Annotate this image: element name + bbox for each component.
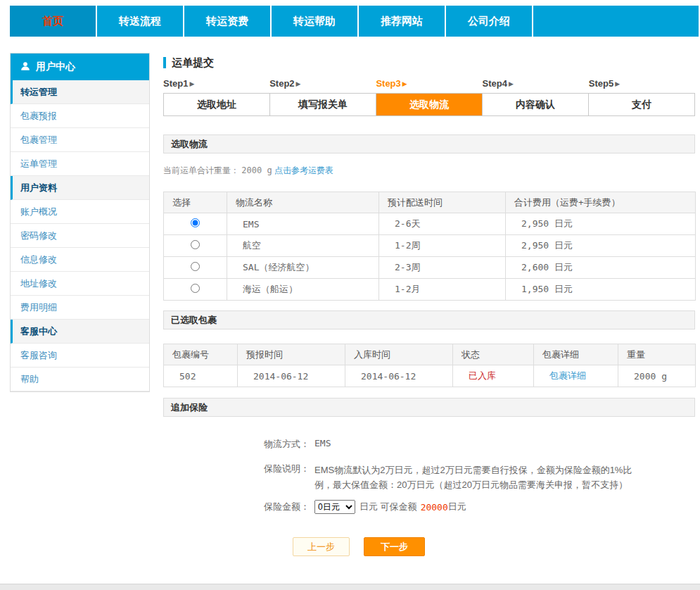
inbound-time: 2014-06-12 (345, 365, 453, 387)
col-package-id: 包裹编号 (164, 344, 238, 365)
col-logistics-name: 物流名称 (227, 192, 379, 213)
sidebar-item-fee-details[interactable]: 费用明细 (11, 296, 149, 320)
title-accent-bar (163, 57, 166, 68)
col-select: 选择 (164, 192, 227, 213)
next-step-button[interactable]: 下一步 (364, 537, 425, 556)
tab-confirm-content[interactable]: 内容确认 (483, 94, 589, 115)
logistics-header-row: 选择 物流名称 预计配送时间 合计费用（运费+手续费） (164, 192, 696, 213)
col-forecast-time: 预报时间 (238, 344, 345, 365)
sidebar-title: 用户中心 (36, 61, 75, 73)
logistics-row-sea: 海运（船运） 1-2月 1,950 日元 (164, 279, 696, 301)
sidebar-item-help[interactable]: 帮助 (11, 368, 149, 391)
insurance-desc-row: 保险说明： EMS物流默认为2万日元，超过2万日元需要自行投保，金额为保险金额的… (163, 463, 695, 492)
delivery-time: 1-2月 (379, 279, 506, 301)
amount-after-text: 日元 可保金额 (359, 501, 417, 513)
top-nav: 首页 转送流程 转运资费 转运帮助 推荐网站 公司介绍 (10, 6, 699, 37)
step-arrow-icon: ▶ (296, 80, 301, 87)
amount-label: 保险金额： (163, 501, 310, 513)
packages-table: 包裹编号 预报时间 入库时间 状态 包裹详细 重量 502 2014-06-12… (163, 344, 696, 387)
logistics-name: 航空 (227, 235, 379, 257)
delivery-time: 2-3周 (379, 257, 506, 279)
main-content: 运单提交 Step1▶ Step2▶ Step3▶ Step4▶ Step5▶ … (163, 53, 695, 556)
insurable-amount-value: 20000 (421, 502, 448, 513)
method-label: 物流方式： (163, 438, 310, 451)
step-arrow-icon: ▶ (402, 80, 407, 87)
tab-payment[interactable]: 支付 (589, 94, 694, 115)
sidebar-item-service-inquiry[interactable]: 客服咨询 (11, 344, 149, 368)
step-2-label: Step2▶ (269, 78, 376, 89)
col-weight: 重量 (618, 344, 696, 365)
status-badge: 已入库 (469, 370, 496, 381)
forecast-time: 2014-06-12 (238, 365, 345, 387)
insurance-method-row: 物流方式： EMS (163, 438, 695, 451)
step-arrow-icon: ▶ (189, 80, 194, 87)
col-total-fee: 合计费用（运费+手续费） (506, 192, 696, 213)
page-title: 运单提交 (163, 56, 695, 70)
sidebar-section-forward-management: 转运管理 (11, 80, 149, 104)
logistics-name: SAL（经济航空） (227, 257, 379, 279)
step-4-label: Step4▶ (483, 78, 589, 89)
package-row: 502 2014-06-12 2014-06-12 已入库 包裹详细 2000 … (164, 365, 696, 387)
package-detail-link[interactable]: 包裹详细 (549, 370, 586, 381)
logistics-radio-air[interactable] (191, 240, 200, 249)
col-inbound-time: 入库时间 (345, 344, 453, 365)
steps-row: Step1▶ Step2▶ Step3▶ Step4▶ Step5▶ (163, 78, 695, 89)
tab-select-logistics[interactable]: 选取物流 (376, 94, 483, 115)
nav-item-home[interactable]: 首页 (10, 6, 97, 37)
desc-text: EMS物流默认为2万日元，超过2万日元需要自行投保，金额为保险金额的1%比例，最… (314, 463, 632, 492)
sidebar-item-package-management[interactable]: 包裹管理 (11, 128, 149, 152)
logistics-radio-ems[interactable] (191, 218, 200, 227)
delivery-time: 1-2周 (379, 235, 506, 257)
total-fee: 2,950 日元 (506, 235, 696, 257)
nav-item-forward-process[interactable]: 转送流程 (97, 6, 184, 37)
logistics-radio-sea[interactable] (191, 284, 200, 293)
desc-label: 保险说明： (163, 463, 310, 492)
nav-item-recommended-sites[interactable]: 推荐网站 (359, 6, 446, 37)
sidebar-section-user-profile: 用户资料 (11, 176, 149, 200)
logistics-radio-sal[interactable] (191, 262, 200, 271)
sidebar-item-password-change[interactable]: 密码修改 (11, 224, 149, 248)
insurable-amount-unit: 日元 (448, 501, 466, 513)
prev-step-button[interactable]: 上一步 (293, 537, 350, 556)
sidebar-section-customer-service: 客服中心 (11, 320, 149, 344)
tab-customs-form[interactable]: 填写报关单 (270, 94, 376, 115)
step-5-label: Step5▶ (589, 78, 695, 89)
nav-item-forward-fees[interactable]: 转运资费 (184, 6, 272, 37)
sidebar-item-account-overview[interactable]: 账户概况 (11, 200, 149, 224)
user-icon (20, 61, 30, 73)
step-1-label: Step1▶ (163, 78, 269, 89)
sidebar-header: 用户中心 (11, 54, 149, 80)
logistics-row-sal: SAL（经济航空） 2-3周 2,600 日元 (164, 257, 696, 279)
insurance-amount-row: 保险金额： 0日元 日元 可保金额 20000 日元 (163, 499, 695, 515)
logistics-table: 选择 物流名称 预计配送时间 合计费用（运费+手续费） EMS 2-6天 2,9… (163, 192, 696, 301)
col-status: 状态 (453, 344, 534, 365)
waybill-weight-row: 当前运单合计重量： 2000 g 点击参考运费表 (163, 165, 695, 176)
delivery-time: 2-6天 (379, 213, 506, 235)
logistics-name: 海运（船运） (227, 279, 379, 301)
sidebar-item-info-change[interactable]: 信息修改 (11, 248, 149, 272)
sidebar: 用户中心 转运管理 包裹预报 包裹管理 运单管理 用户资料 账户概况 密码修改 … (10, 53, 150, 392)
total-fee: 2,600 日元 (506, 257, 696, 279)
method-value: EMS (314, 438, 331, 451)
tab-select-address[interactable]: 选取地址 (164, 94, 270, 115)
footer-bar (0, 584, 700, 590)
sidebar-item-address-change[interactable]: 地址修改 (11, 272, 149, 296)
step-tabs: 选取地址 填写报关单 选取物流 内容确认 支付 (163, 93, 695, 116)
total-fee: 1,950 日元 (506, 279, 696, 301)
sidebar-item-waybill-management[interactable]: 运单管理 (11, 152, 149, 176)
section-header-selected-packages: 已选取包裹 (163, 310, 695, 329)
packages-header-row: 包裹编号 预报时间 入库时间 状态 包裹详细 重量 (164, 344, 696, 365)
section-header-select-logistics: 选取物流 (163, 134, 695, 153)
col-delivery-time: 预计配送时间 (379, 192, 506, 213)
nav-item-forward-help[interactable]: 转运帮助 (272, 6, 359, 37)
section-header-additional-insurance: 追加保险 (163, 398, 695, 417)
step-arrow-icon: ▶ (509, 80, 514, 87)
nav-item-company-intro[interactable]: 公司介绍 (446, 6, 533, 37)
sidebar-item-package-forecast[interactable]: 包裹预报 (11, 104, 149, 128)
fee-table-link[interactable]: 点击参考运费表 (274, 165, 333, 175)
col-package-detail: 包裹详细 (534, 344, 618, 365)
step-3-label: Step3▶ (376, 78, 482, 89)
step-arrow-icon: ▶ (615, 80, 620, 87)
logistics-name: EMS (227, 213, 379, 235)
insurance-amount-select[interactable]: 0日元 (314, 500, 355, 514)
